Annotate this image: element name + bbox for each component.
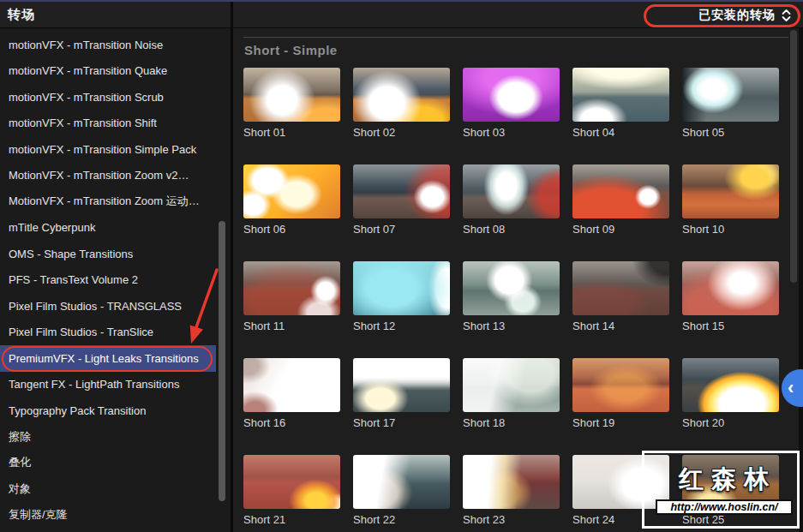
sidebar-item[interactable]: MotionVFX - mTransition Zoom v2… — [0, 163, 216, 189]
transition-thumbnail[interactable] — [572, 358, 669, 412]
sidebar-item[interactable]: motionVFX - mTransition Scrub — [0, 84, 216, 111]
transition-label: Short 20 — [682, 416, 779, 429]
sidebar-item[interactable]: MotionVFX - mTransition Zoom 运动… — [0, 188, 216, 215]
transition-label: Short 17 — [353, 416, 450, 429]
transition-item[interactable]: Short 25 — [682, 455, 779, 526]
transition-label: Short 11 — [243, 320, 340, 332]
transition-item[interactable]: Short 03 — [463, 68, 560, 139]
transition-item[interactable]: Short 09 — [572, 164, 669, 236]
transition-label: Short 16 — [243, 416, 340, 429]
dropdown-label: 已安装的转场 — [698, 8, 776, 23]
transition-item[interactable]: Short 21 — [243, 455, 340, 526]
grid-scrollbar-thumb[interactable] — [790, 30, 797, 283]
sidebar-item[interactable]: Pixel Film Studios - TranSlice — [0, 320, 216, 346]
transition-thumbnail[interactable] — [243, 68, 340, 122]
title-bar: 转场 已安装的转场 — [0, 2, 803, 28]
transition-label: Short 12 — [353, 320, 450, 332]
transition-item[interactable]: Short 02 — [353, 68, 450, 139]
sidebar-item[interactable]: 擦除 — [0, 424, 216, 451]
transition-thumbnail[interactable] — [682, 261, 779, 315]
transition-label: Short 04 — [572, 126, 669, 139]
transition-thumbnail[interactable] — [463, 68, 560, 122]
transition-item[interactable]: Short 01 — [243, 68, 340, 139]
transition-item[interactable]: Short 17 — [353, 358, 450, 429]
sidebar-scrollbar-thumb[interactable] — [219, 221, 225, 501]
transition-label: Short 21 — [243, 513, 340, 526]
sidebar-item[interactable]: Tangent FX - LightPath Transitions — [0, 372, 216, 398]
installed-transitions-dropdown[interactable]: 已安装的转场 — [698, 2, 791, 28]
transition-label: Short 15 — [682, 320, 779, 332]
transition-item[interactable]: Short 04 — [572, 68, 669, 139]
section-separator — [243, 37, 788, 38]
sidebar-item[interactable]: mTitle Cyberpunk — [0, 215, 216, 242]
transition-item[interactable]: Short 08 — [463, 164, 560, 236]
transition-thumbnail[interactable] — [353, 358, 450, 412]
sidebar-list: motionVFX - mTransition NoisemotionVFX -… — [0, 32, 216, 529]
transition-item[interactable]: Short 11 — [243, 261, 340, 332]
sidebar-item[interactable]: motionVFX - mTransition Noise — [0, 32, 216, 58]
transition-thumbnail[interactable] — [243, 358, 340, 412]
sidebar-item[interactable]: PFS - TransText Volume 2 — [0, 267, 216, 294]
transition-item[interactable]: Short 20 — [682, 358, 779, 429]
sidebar-item[interactable]: Pixel Film Studios - TRANSGLASS — [0, 293, 216, 320]
transition-item[interactable]: Short 24 — [572, 455, 669, 526]
sidebar-item[interactable]: motionVFX - mTransition Quake — [0, 58, 216, 85]
transitions-browser-window: 转场 已安装的转场 motionVFX - mTransition Noisem… — [0, 0, 803, 532]
transitions-sidebar: motionVFX - mTransition NoisemotionVFX -… — [0, 28, 233, 532]
titlebar-divider — [231, 2, 233, 28]
transition-thumbnail[interactable] — [353, 164, 450, 218]
transition-item[interactable]: Short 12 — [353, 261, 450, 332]
transitions-grid-panel: Short - Simple Short 01Short 02Short 03S… — [233, 28, 803, 532]
transition-thumbnail[interactable] — [682, 164, 779, 218]
transition-thumbnail[interactable] — [682, 68, 779, 122]
section-title: Short - Simple — [244, 43, 338, 57]
transition-thumbnail[interactable] — [572, 455, 669, 509]
transition-item[interactable]: Short 15 — [682, 261, 779, 332]
sidebar-item[interactable]: 对象 — [0, 476, 216, 503]
transition-item[interactable]: Short 13 — [463, 261, 560, 332]
transition-label: Short 22 — [353, 513, 450, 526]
chevron-left-icon: ‹ — [788, 379, 794, 398]
transition-label: Short 18 — [463, 416, 560, 429]
transition-thumbnail[interactable] — [243, 261, 340, 315]
right-edge-strip — [799, 28, 803, 532]
sidebar-item[interactable]: PremiumVFX - Light Leaks Transitions — [0, 345, 216, 372]
transition-thumbnail[interactable] — [243, 164, 340, 218]
transition-item[interactable]: Short 16 — [243, 358, 340, 429]
transition-thumbnail[interactable] — [572, 164, 669, 218]
transition-thumbnail[interactable] — [572, 68, 669, 122]
transition-label: Short 02 — [353, 126, 450, 139]
transition-thumbnail[interactable] — [682, 455, 779, 509]
sidebar-item[interactable]: motionVFX - mTransition Shift — [0, 111, 216, 137]
transition-thumbnail[interactable] — [682, 358, 779, 412]
transition-thumbnail[interactable] — [572, 261, 669, 315]
sidebar-item[interactable]: 叠化 — [0, 450, 216, 476]
transition-item[interactable]: Short 22 — [353, 455, 450, 526]
transition-item[interactable]: Short 23 — [463, 455, 560, 526]
transition-thumbnail[interactable] — [463, 164, 560, 218]
transition-item[interactable]: Short 06 — [243, 164, 340, 236]
transition-item[interactable]: Short 14 — [572, 261, 669, 332]
sidebar-item[interactable]: OMS - Shape Transitions — [0, 241, 216, 267]
transition-thumbnail[interactable] — [353, 68, 450, 122]
transition-thumbnail[interactable] — [353, 455, 450, 509]
sidebar-item[interactable]: 复制器/克隆 — [0, 502, 216, 529]
transition-label: Short 24 — [572, 513, 669, 526]
transition-item[interactable]: Short 18 — [463, 358, 560, 429]
transition-thumbnail[interactable] — [353, 261, 450, 315]
transition-label: Short 13 — [463, 320, 560, 332]
transition-item[interactable]: Short 05 — [682, 68, 779, 139]
transition-item[interactable]: Short 10 — [682, 164, 779, 236]
transition-item[interactable]: Short 19 — [572, 358, 669, 429]
panel-title: 转场 — [8, 7, 35, 23]
sidebar-header: 转场 — [0, 2, 231, 28]
transition-thumbnail[interactable] — [463, 261, 560, 315]
transition-item[interactable]: Short 07 — [353, 164, 450, 236]
transition-thumbnail[interactable] — [243, 455, 340, 509]
sidebar-item[interactable]: Typography Pack Transition — [0, 398, 216, 424]
transition-thumbnail[interactable] — [463, 358, 560, 412]
transition-label: Short 08 — [463, 223, 560, 236]
transition-label: Short 10 — [682, 223, 779, 236]
sidebar-item[interactable]: motionVFX - mTransition Simple Pack — [0, 136, 216, 163]
transition-thumbnail[interactable] — [463, 455, 560, 509]
